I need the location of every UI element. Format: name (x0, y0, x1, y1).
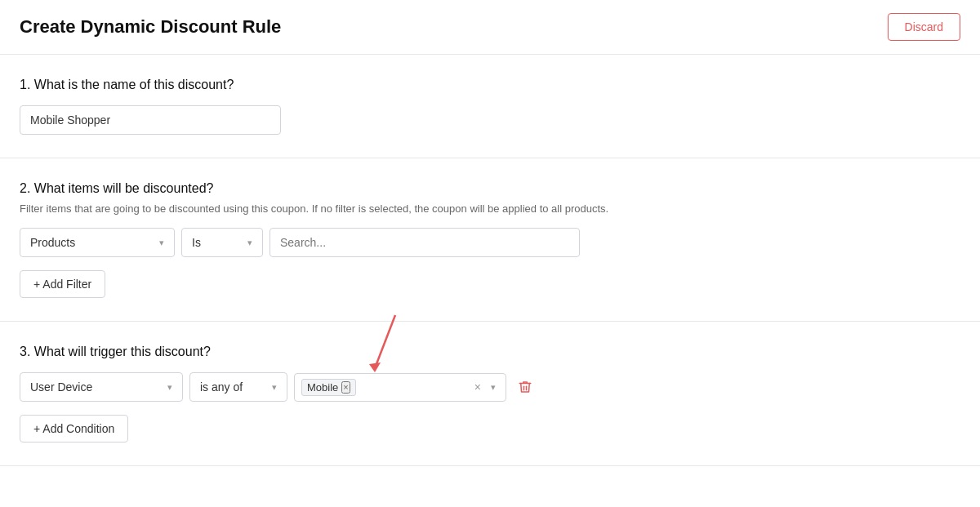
chevron-down-icon: ▾ (247, 238, 252, 248)
trigger-type-value: User Device (30, 380, 92, 394)
add-condition-button[interactable]: + Add Condition (20, 415, 128, 443)
tag-remove-button[interactable]: × (341, 381, 350, 394)
section-discounted-items: 2. What items will be discounted? Filter… (0, 158, 980, 322)
expand-dropdown-button[interactable]: ▾ (488, 382, 499, 393)
filter-row: Products ▾ Is ▾ (20, 228, 960, 257)
discard-button[interactable]: Discard (888, 13, 960, 41)
add-filter-button[interactable]: + Add Filter (20, 270, 105, 298)
tag-label: Mobile (307, 381, 338, 394)
filter-type-value: Products (30, 236, 75, 249)
section-trigger: 3. What will trigger this discount? User… (0, 322, 980, 466)
page-title: Create Dynamic Discount Rule (20, 16, 281, 38)
condition-row: User Device ▾ is any of ▾ Mobile × × ▾ (20, 372, 960, 402)
section1-title: 1. What is the name of this discount? (20, 78, 960, 92)
section2-title: 2. What items will be discounted? (20, 181, 960, 196)
section3-title: 3. What will trigger this discount? (20, 345, 960, 359)
chevron-down-icon: ▾ (159, 238, 164, 248)
page-header: Create Dynamic Discount Rule Discard (0, 0, 980, 55)
product-search-input[interactable] (270, 228, 580, 257)
trigger-value-input[interactable]: Mobile × × ▾ (294, 373, 506, 402)
svg-marker-1 (369, 362, 381, 372)
trigger-condition-dropdown[interactable]: is any of ▾ (189, 372, 287, 402)
delete-condition-button[interactable] (513, 380, 537, 394)
chevron-down-icon: ▾ (272, 382, 277, 393)
trigger-type-dropdown[interactable]: User Device ▾ (20, 372, 183, 402)
mobile-tag: Mobile × (301, 379, 356, 396)
section-discount-name: 1. What is the name of this discount? (0, 55, 980, 158)
trash-icon (518, 380, 532, 394)
filter-condition-value: Is (192, 236, 201, 249)
svg-line-0 (375, 315, 395, 368)
clear-tags-button[interactable]: × (471, 380, 484, 394)
chevron-down-icon: ▾ (167, 382, 172, 393)
filter-condition-dropdown[interactable]: Is ▾ (181, 228, 263, 257)
discount-name-input[interactable] (20, 105, 281, 135)
trigger-condition-value: is any of (200, 380, 243, 394)
filter-type-dropdown[interactable]: Products ▾ (20, 228, 175, 257)
section2-subtitle: Filter items that are going to be discou… (20, 202, 960, 215)
